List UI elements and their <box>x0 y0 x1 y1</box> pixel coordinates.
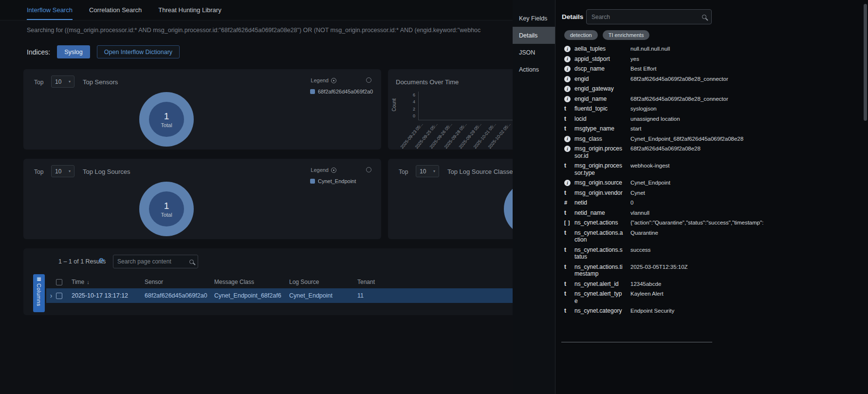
legend-header[interactable]: Legend <box>311 77 336 83</box>
expand-row-icon[interactable]: › <box>50 292 53 299</box>
field-row[interactable]: ns_cynet.actions {"action":"Quarantine",… <box>555 218 862 228</box>
field-row[interactable]: netid 0 <box>555 198 862 208</box>
field-row[interactable]: ns_cynet.actions.status success <box>555 245 862 262</box>
donut-total-value: 1 <box>164 201 169 211</box>
top-log-sources-donut-chart[interactable]: 1 Total <box>139 182 194 236</box>
side-menu-item[interactable]: JSON <box>513 44 555 61</box>
legend-item[interactable]: 68f2af626d45a069f2a0 <box>310 89 374 94</box>
text-icon <box>564 106 566 112</box>
legend-swatch-icon <box>310 89 315 94</box>
y-axis-ticks: 6420 <box>405 92 415 119</box>
field-row[interactable]: ns_cynet.category Endpoint Security <box>555 306 862 316</box>
search-query-line: Searching for ((msg_origin.processor.id:… <box>27 27 510 34</box>
legend-header[interactable]: Legend <box>311 167 336 173</box>
text-icon <box>564 291 566 297</box>
field-row[interactable]: ns_cynet.actions.timestamp 2025-03-05T12… <box>555 262 862 279</box>
top-count-select[interactable]: 10 ▾ <box>51 75 74 88</box>
syslog-index-button[interactable]: Syslog <box>57 45 90 58</box>
field-row[interactable]: aella_tuples null.null.null.null <box>555 44 862 54</box>
field-row[interactable]: engid 68f2af626d45a069f2a08e28_connector <box>555 74 862 84</box>
tag-pill[interactable]: detection <box>564 30 598 40</box>
field-row[interactable]: ns_cynet.alert_type Kayleen Alert <box>555 289 862 306</box>
open-interflow-dictionary-button[interactable]: Open Interflow Dictionary <box>97 45 180 58</box>
top-sensors-donut-chart[interactable]: 1 Total <box>139 92 194 147</box>
panel-expand-icon[interactable] <box>366 167 371 172</box>
field-row[interactable]: msgtype_name start <box>555 124 862 134</box>
result-table-row[interactable]: › 2025-10-17 13:17:12 68f2af626d45a069f2… <box>46 288 513 303</box>
columns-button-label: Columns <box>36 283 42 306</box>
field-name: engid_gateway <box>574 85 624 93</box>
side-menu-item[interactable]: Key Fields <box>513 10 555 27</box>
legend-items: 68f2af626d45a069f2a0 <box>310 89 374 94</box>
top-count-select[interactable]: 10 ▾ <box>416 165 439 177</box>
field-row[interactable]: engid_gateway <box>555 84 862 94</box>
sort-desc-icon: ↓ <box>87 279 90 285</box>
top-label: Top <box>34 76 43 88</box>
tab-item[interactable]: Interflow Search <box>27 0 73 20</box>
legend-item-label: 68f2af626d45a069f2a0 <box>318 89 373 94</box>
field-row[interactable]: fluentd_topic syslogjson <box>555 104 862 114</box>
columns-button[interactable]: ▦ Columns <box>33 274 45 312</box>
column-header-time[interactable]: Time↓ <box>72 279 145 285</box>
details-tags: detectionTI enrichments <box>564 30 649 40</box>
top-label: Top <box>34 166 43 178</box>
field-row[interactable]: msg_origin.processor.id 68f2af626d45a069… <box>555 144 862 161</box>
top-count-select[interactable]: 10 ▾ <box>51 165 74 177</box>
field-name: netid_name <box>574 209 624 217</box>
select-all-cell <box>56 279 72 285</box>
field-row[interactable]: msg_origin.processor.type webhook-ingest <box>555 161 862 178</box>
field-row[interactable]: ns_cynet.actions.action Quarantine <box>555 228 862 245</box>
panel-title: Top Sensors <box>83 76 118 88</box>
column-header-log-source[interactable]: Log Source <box>289 279 357 285</box>
chevron-down-icon: ▾ <box>69 79 71 84</box>
cell-log-source: Cynet_Endpoint <box>289 292 357 299</box>
top-log-source-classes-donut-chart[interactable] <box>504 182 513 236</box>
panel-expand-icon[interactable] <box>366 77 371 83</box>
legend-label: Legend <box>311 77 329 83</box>
field-row[interactable]: appid_stdport yes <box>555 54 862 64</box>
field-name: locid <box>574 115 624 123</box>
scrollbar-thumb[interactable] <box>864 4 867 121</box>
tag-pill[interactable]: TI enrichments <box>603 30 650 40</box>
grid-icon: ▦ <box>37 276 41 282</box>
field-row[interactable]: netid_name vlannull <box>555 208 862 218</box>
field-value: 68f2af626d45a069f2a08e28 <box>630 145 862 152</box>
results-table: Time↓ Sensor Message Class Log Source Te… <box>46 276 513 303</box>
field-value: Quarantine <box>630 229 862 237</box>
refresh-icon[interactable]: ⟳ <box>99 256 105 265</box>
details-search-input[interactable] <box>591 14 698 20</box>
legend-settings-icon[interactable] <box>331 168 336 173</box>
page-content-search-input[interactable] <box>117 258 186 265</box>
documents-over-time-panel: Documents Over Time Count 6420 2025-09-2… <box>388 69 513 150</box>
chevron-down-icon: ▾ <box>69 169 71 173</box>
text-icon <box>564 264 566 270</box>
field-row[interactable]: msg_class Cynet_Endpoint_68f2af626d45a06… <box>555 134 862 144</box>
legend-item[interactable]: Cynet_Endpoint <box>310 178 374 184</box>
tab-item[interactable]: Threat Hunting Library <box>158 0 221 20</box>
column-header-sensor[interactable]: Sensor <box>145 279 214 285</box>
side-menu-item[interactable]: Details <box>513 27 555 44</box>
field-row[interactable]: engid_name 68f2af626d45a069f2a08e28_conn… <box>555 94 862 104</box>
field-value: start <box>630 125 862 132</box>
column-header-message-class[interactable]: Message Class <box>214 279 289 285</box>
cell-tenant: 11 <box>357 292 455 299</box>
tab-item[interactable]: Correlation Search <box>89 0 142 20</box>
row-checkbox[interactable] <box>56 293 62 299</box>
field-value: null.null.null.null <box>630 45 862 53</box>
field-row[interactable]: locid unassigned location <box>555 114 862 124</box>
select-all-checkbox[interactable] <box>56 279 62 285</box>
legend-label: Legend <box>311 167 329 173</box>
field-value: 12345abcde <box>630 281 862 288</box>
top-log-sources-panel: Top 10 ▾ Top Log Sources Legend Cynet_En… <box>23 159 381 239</box>
field-row[interactable]: msg_origin.source Cynet_Endpoint <box>555 178 862 188</box>
field-row[interactable]: dscp_name Best Effort <box>555 64 862 74</box>
column-header-tenant[interactable]: Tenant <box>357 279 455 285</box>
field-name: engid <box>574 75 624 83</box>
field-row[interactable]: msg_origin.vendor Cynet <box>555 188 862 198</box>
field-row[interactable]: ns_cynet.alert_id 12345abcde <box>555 279 862 289</box>
legend-settings-icon[interactable] <box>331 78 336 83</box>
x-axis-ticks: 2025-09-23 05:..2025-09-25 05:..2025-09-… <box>388 121 513 149</box>
text-icon <box>564 247 566 253</box>
side-menu-item[interactable]: Actions <box>513 61 555 78</box>
donut-total-value: 1 <box>164 111 169 122</box>
